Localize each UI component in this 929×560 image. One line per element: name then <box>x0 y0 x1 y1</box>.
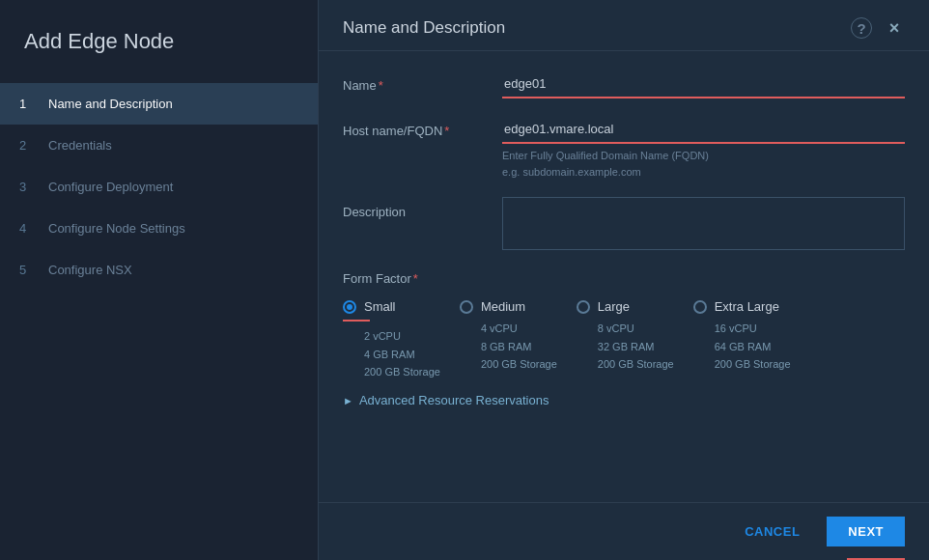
close-icon[interactable]: × <box>884 17 905 39</box>
form-factor-section: Form Factor* Small 2 vCPU4 GB RAM200 GB … <box>343 271 905 381</box>
right-panel: Name and Description ? × Name* Host name… <box>319 0 929 560</box>
hostname-label: Host name/FQDN* <box>343 116 502 138</box>
factor-option-medium[interactable]: Medium 4 vCPU8 GB RAM200 GB Storage <box>460 299 577 381</box>
next-button[interactable]: NEXT <box>827 517 905 546</box>
radio-extra-large[interactable] <box>693 300 707 314</box>
radio-large[interactable] <box>577 300 590 314</box>
factor-name-medium: Medium <box>481 299 525 314</box>
step-label: Configure Deployment <box>48 180 173 194</box>
cancel-button[interactable]: CANCEL <box>729 517 815 546</box>
step-label: Configure NSX <box>48 263 132 277</box>
name-label: Name* <box>343 70 502 93</box>
modal-content: Name* Host name/FQDN* Enter Fully Qualif… <box>319 51 929 502</box>
factor-specs-extra-large: 16 vCPU64 GB RAM200 GB Storage <box>693 320 791 374</box>
sidebar-step-3[interactable]: 3 Configure Deployment <box>0 166 318 208</box>
factor-name-small: Small <box>364 299 396 314</box>
modal-footer: CANCEL NEXT <box>319 502 929 560</box>
sidebar-step-4[interactable]: 4 Configure Node Settings <box>0 208 318 249</box>
advanced-reservations[interactable]: ► Advanced Resource Reservations <box>343 393 905 407</box>
factor-radio-row: Extra Large <box>693 299 779 314</box>
hostname-hint: Enter Fully Qualified Domain Name (FQDN)… <box>502 148 905 180</box>
description-field-wrap <box>502 197 905 254</box>
factor-option-extra-large[interactable]: Extra Large 16 vCPU64 GB RAM200 GB Stora… <box>693 299 810 381</box>
help-icon[interactable]: ? <box>851 17 872 39</box>
step-label: Name and Description <box>48 97 173 111</box>
step-label: Configure Node Settings <box>48 221 185 236</box>
name-input[interactable] <box>502 70 905 98</box>
radio-small[interactable] <box>343 300 356 314</box>
steps-list: 1 Name and Description 2 Credentials 3 C… <box>0 83 318 291</box>
sidebar-step-5[interactable]: 5 Configure NSX <box>0 249 318 291</box>
name-required: * <box>379 78 383 93</box>
radio-medium[interactable] <box>460 300 473 314</box>
step-num: 2 <box>19 138 35 153</box>
sidebar-step-2[interactable]: 2 Credentials <box>0 125 318 166</box>
factor-specs-large: 8 vCPU32 GB RAM200 GB Storage <box>577 320 674 374</box>
modal-header: Name and Description ? × <box>319 0 929 51</box>
factor-radio-row: Small <box>343 299 396 314</box>
step-num: 5 <box>19 263 35 277</box>
factor-radio-row: Medium <box>460 299 525 314</box>
step-label: Credentials <box>48 138 112 153</box>
factor-specs-medium: 4 vCPU8 GB RAM200 GB Storage <box>460 320 557 374</box>
factor-name-large: Large <box>598 299 630 314</box>
factor-specs-small: 2 vCPU4 GB RAM200 GB Storage <box>343 327 440 381</box>
hostname-field-wrap: Enter Fully Qualified Domain Name (FQDN)… <box>502 116 905 180</box>
form-factor-required: * <box>413 271 418 286</box>
sidebar-step-1[interactable]: 1 Name and Description <box>0 83 318 125</box>
factor-name-extra-large: Extra Large <box>715 299 779 314</box>
factor-radio-row: Large <box>577 299 630 314</box>
description-input[interactable] <box>502 197 905 250</box>
factor-underline <box>343 320 370 322</box>
factor-option-large[interactable]: Large 8 vCPU32 GB RAM200 GB Storage <box>577 299 693 381</box>
name-field-wrap <box>502 70 905 98</box>
left-panel: Add Edge Node 1 Name and Description 2 C… <box>0 0 319 560</box>
description-row: Description <box>343 197 905 254</box>
chevron-right-icon: ► <box>343 395 353 406</box>
hostname-required: * <box>444 124 449 138</box>
step-num: 4 <box>19 221 35 236</box>
step-num: 3 <box>19 180 35 194</box>
hostname-row: Host name/FQDN* Enter Fully Qualified Do… <box>343 116 905 180</box>
app-title: Add Edge Node <box>0 19 318 83</box>
description-label: Description <box>343 197 502 219</box>
modal-title: Name and Description <box>343 18 505 38</box>
step-num: 1 <box>19 97 35 111</box>
name-row: Name* <box>343 70 905 98</box>
form-factor-grid: Small 2 vCPU4 GB RAM200 GB Storage Mediu… <box>343 299 905 381</box>
header-icons: ? × <box>851 17 905 39</box>
advanced-label: Advanced Resource Reservations <box>359 393 549 407</box>
factor-option-small[interactable]: Small 2 vCPU4 GB RAM200 GB Storage <box>343 299 460 381</box>
hostname-input[interactable] <box>502 116 905 144</box>
form-factor-label: Form Factor* <box>343 271 905 286</box>
